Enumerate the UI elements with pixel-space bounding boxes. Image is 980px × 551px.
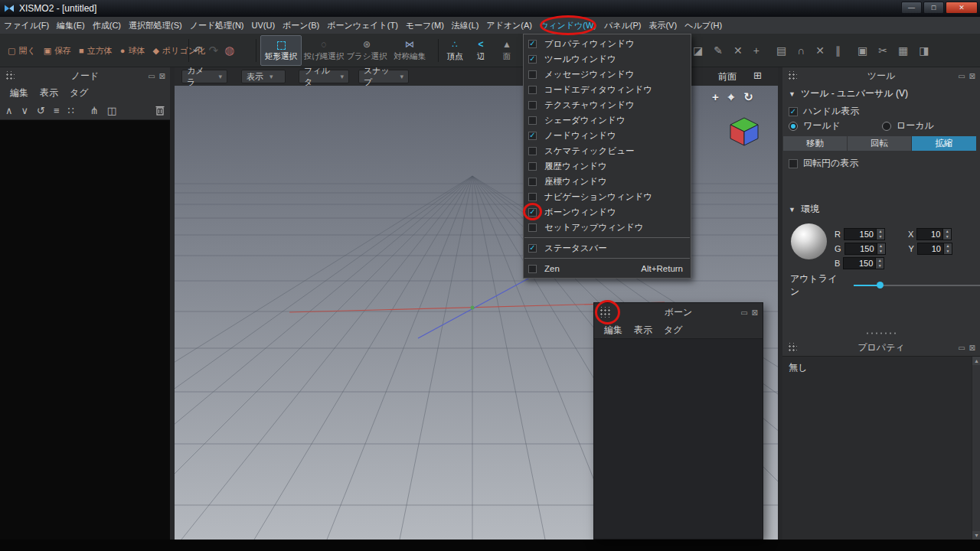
- menu-selection-process[interactable]: 選択部処理(S): [125, 17, 186, 34]
- property-panel-minimize-icon[interactable]: ▭: [958, 344, 965, 352]
- camera-dropdown[interactable]: カメラ ▾: [181, 70, 227, 83]
- scale-button[interactable]: 拡縮: [912, 136, 976, 151]
- box-icon[interactable]: ◫: [107, 105, 116, 116]
- scroll-up-icon[interactable]: ▲: [972, 357, 980, 365]
- knife-icon[interactable]: ✂: [878, 44, 887, 57]
- local-radio[interactable]: ローカル: [882, 119, 934, 132]
- tool-panel-header[interactable]: ツール ▭ ⊠: [782, 67, 980, 84]
- lasso-select-button[interactable]: ◌ 投げ縄選択: [303, 35, 345, 66]
- face-mode-button[interactable]: ▲ 面: [495, 35, 519, 66]
- menu-node-process[interactable]: ノード処理(N): [186, 17, 248, 34]
- wmenu-item-bone-window[interactable]: ✓ ボーンウィンドウ: [524, 204, 691, 220]
- y-spinner[interactable]: 10 ▲▼: [917, 243, 952, 255]
- rect-select-button[interactable]: 矩形選択: [260, 35, 302, 66]
- property-panel-header[interactable]: プロパティ ▭ ⊠: [782, 339, 980, 356]
- bone-window[interactable]: ボーン ▭ ⊠ 編集 表示 タグ: [593, 302, 763, 540]
- lock-icon[interactable]: ▣: [858, 44, 867, 57]
- wmenu-item-schematic-view[interactable]: ✓ スケマティックビュー: [524, 143, 691, 158]
- open-button[interactable]: ▢ 開く: [5, 35, 39, 66]
- tool-panel-minimize-icon[interactable]: ▭: [958, 72, 965, 80]
- sphere-button[interactable]: ● 球体: [117, 35, 149, 66]
- bone-menu-tag[interactable]: タグ: [664, 324, 683, 337]
- merge-icon[interactable]: +: [753, 44, 760, 57]
- node-panel-drag-handle[interactable]: [5, 71, 15, 81]
- g-spinner[interactable]: 150 ▲▼: [844, 243, 886, 255]
- spin-down-icon[interactable]: ▼: [944, 249, 952, 254]
- menu-file[interactable]: ファイル(F): [0, 17, 53, 34]
- section-environment[interactable]: ▼ 環境: [789, 203, 819, 216]
- spin-down-icon[interactable]: ▼: [943, 234, 951, 240]
- document-icon[interactable]: ▤: [776, 44, 786, 57]
- rotation-circle-checkbox[interactable]: ✓ 回転円の表示: [789, 157, 858, 170]
- maximize-button[interactable]: □: [923, 2, 944, 14]
- spin-up-icon[interactable]: ▲: [944, 243, 952, 249]
- panel-resize-handle[interactable]: [865, 331, 897, 335]
- bone-window-minimize-icon[interactable]: ▭: [740, 308, 747, 317]
- outline-slider[interactable]: [854, 280, 980, 291]
- environment-sphere-preview[interactable]: [791, 223, 827, 259]
- menu-uv[interactable]: UV(U): [248, 17, 279, 34]
- spin-down-icon[interactable]: ▼: [876, 263, 884, 269]
- b-spinner[interactable]: 150 ▲▼: [843, 257, 884, 269]
- orbit-icon[interactable]: ↻: [743, 90, 753, 104]
- projection-icon[interactable]: ⊞: [753, 70, 762, 81]
- bone-menu-view[interactable]: 表示: [634, 324, 652, 337]
- stamp-icon[interactable]: ◨: [919, 44, 929, 57]
- trash-icon[interactable]: [155, 105, 165, 116]
- move-button[interactable]: 移動: [783, 136, 847, 151]
- wmenu-item-property-window[interactable]: ✓ プロパティウィンドウ: [524, 36, 691, 51]
- bone-window-close-icon[interactable]: ⊠: [752, 308, 758, 317]
- menu-panel[interactable]: パネル(P): [600, 17, 645, 34]
- list-view-icon[interactable]: ≡: [54, 105, 60, 116]
- node-panel-close-icon[interactable]: ⊠: [159, 72, 165, 80]
- menu-normal[interactable]: 法線(L): [448, 17, 482, 34]
- property-scrollbar[interactable]: ▲ ▼: [972, 357, 980, 540]
- node-panel-minimize-icon[interactable]: ▭: [148, 72, 155, 80]
- world-radio[interactable]: ワールド: [789, 119, 841, 132]
- wmenu-item-texture-window[interactable]: ✓ テクスチャウィンドウ: [524, 97, 691, 112]
- node-menu-edit[interactable]: 編集: [10, 86, 28, 99]
- snap-dropdown[interactable]: スナップ ▾: [358, 70, 409, 83]
- display-dropdown[interactable]: 表示 ▾: [241, 70, 286, 83]
- menu-create[interactable]: 作成(C): [89, 17, 125, 34]
- menu-help[interactable]: ヘルプ(H): [681, 17, 726, 34]
- rotate-button[interactable]: 回転: [848, 136, 911, 151]
- wmenu-item-navigation-window[interactable]: ✓ ナビゲーションウィンドウ: [524, 189, 691, 204]
- palette-icon[interactable]: ◍: [224, 44, 234, 57]
- property-panel-close-icon[interactable]: ⊠: [969, 344, 975, 352]
- wmenu-item-message-window[interactable]: ✓ メッセージウィンドウ: [524, 67, 691, 82]
- spin-up-icon[interactable]: ▲: [876, 258, 884, 263]
- bone-window-body[interactable]: [594, 338, 763, 539]
- mirror-icon[interactable]: ∥: [835, 44, 841, 57]
- delete-icon[interactable]: ✕: [733, 44, 743, 57]
- spin-up-icon[interactable]: ▲: [877, 229, 884, 234]
- tool-panel-close-icon[interactable]: ⊠: [969, 72, 975, 80]
- brush-select-button[interactable]: ⊛ ブラシ選択: [346, 35, 387, 66]
- refresh-icon[interactable]: ↺: [37, 105, 45, 116]
- redo-icon[interactable]: ↷: [209, 44, 219, 57]
- menu-addon[interactable]: アドオン(A): [482, 17, 536, 34]
- wmenu-item-coordinate-window[interactable]: ✓ 座標ウィンドウ: [524, 174, 691, 189]
- save-button[interactable]: ▣ 保存: [41, 35, 74, 66]
- bone-window-header[interactable]: ボーン ▭ ⊠: [594, 303, 763, 321]
- tool-panel-drag-handle[interactable]: [787, 71, 797, 81]
- slider-thumb[interactable]: [877, 282, 884, 289]
- menu-window[interactable]: ウィンドウ(W): [536, 17, 600, 34]
- wmenu-item-code-editor-window[interactable]: ✓ コードエディタウィンドウ: [524, 82, 691, 97]
- remove-icon[interactable]: ✕: [815, 44, 825, 57]
- zoom-icon[interactable]: ⌖: [728, 90, 734, 104]
- handle-display-checkbox[interactable]: ✓ ハンドル表示: [789, 105, 859, 118]
- undo-icon[interactable]: ↶: [193, 44, 203, 57]
- menu-morph[interactable]: モーフ(M): [402, 17, 448, 34]
- magnet-icon[interactable]: ∩: [797, 44, 805, 57]
- node-tree-area[interactable]: [0, 119, 170, 540]
- bone-window-drag-handle[interactable]: [599, 307, 611, 318]
- pan-icon[interactable]: +: [712, 90, 719, 104]
- r-spinner[interactable]: 150 ▲▼: [844, 228, 885, 240]
- filter-dropdown[interactable]: フィルタ ▾: [299, 70, 349, 83]
- node-menu-tag[interactable]: タグ: [70, 86, 89, 99]
- close-button[interactable]: ✕: [946, 2, 978, 14]
- title-bar[interactable]: XISMO2 - [untitled] — □ ✕: [0, 0, 980, 17]
- pencil-icon[interactable]: ✎: [714, 44, 723, 57]
- cube-button[interactable]: ■ 立方体: [76, 35, 116, 66]
